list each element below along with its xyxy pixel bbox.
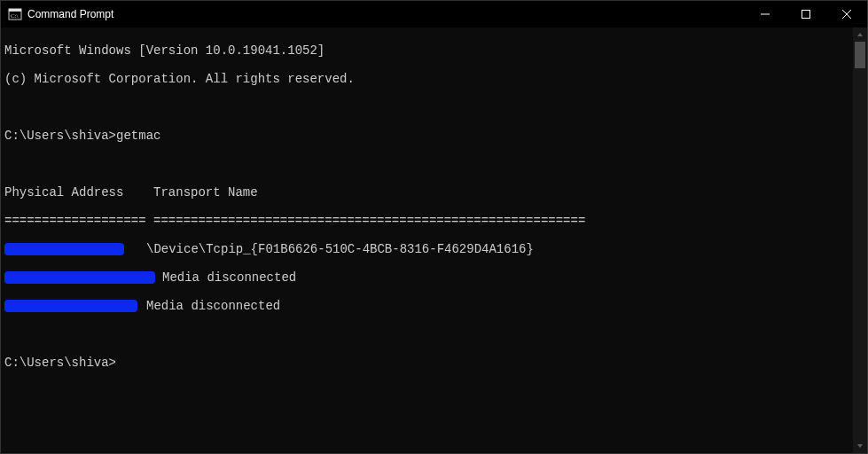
minimize-button[interactable] (745, 1, 786, 27)
command-prompt-window: C:\ Command Prompt Microsoft Windows [Ve… (0, 0, 868, 454)
prompt-path: C:\Users\shiva> (4, 356, 116, 370)
svg-rect-1 (9, 9, 21, 12)
window-title: Command Prompt (27, 8, 113, 20)
transport-name-value: \Device\Tcpip_{F01B6626-510C-4BCB-8316-F… (146, 242, 534, 256)
separator-line: =================== ====================… (4, 214, 849, 228)
scrollbar-track[interactable] (853, 42, 867, 439)
table-row: Media disconnected (4, 270, 849, 285)
scrollbar-thumb[interactable] (855, 42, 865, 68)
redacted-mac-2 (4, 271, 155, 284)
svg-rect-4 (802, 11, 810, 19)
os-version-line: Microsoft Windows [Version 10.0.19041.10… (4, 43, 849, 58)
terminal-output[interactable]: Microsoft Windows [Version 10.0.19041.10… (1, 27, 853, 453)
window-controls (745, 1, 867, 27)
column-transport-name: Transport Name (153, 185, 258, 200)
column-physical-address: Physical Address (4, 185, 123, 200)
command-text: getmac (116, 129, 160, 143)
prompt-path: C:\Users\shiva> (4, 129, 116, 143)
transport-name-value: Media disconnected (146, 299, 280, 313)
table-row: \Device\Tcpip_{F01B6626-510C-4BCB-8316-F… (4, 242, 849, 256)
table-row: Media disconnected (4, 299, 849, 313)
close-button[interactable] (826, 1, 867, 27)
scroll-down-arrow-icon[interactable] (853, 439, 867, 453)
copyright-line: (c) Microsoft Corporation. All rights re… (4, 72, 849, 86)
command-prompt-icon: C:\ (8, 7, 22, 21)
vertical-scrollbar[interactable] (853, 27, 867, 453)
titlebar[interactable]: C:\ Command Prompt (1, 1, 867, 27)
scroll-up-arrow-icon[interactable] (853, 27, 867, 42)
svg-text:C:\: C:\ (11, 12, 19, 20)
redacted-mac-1 (4, 243, 124, 255)
transport-name-value: Media disconnected (162, 270, 296, 285)
redacted-mac-3 (4, 300, 137, 312)
maximize-button[interactable] (786, 1, 826, 27)
